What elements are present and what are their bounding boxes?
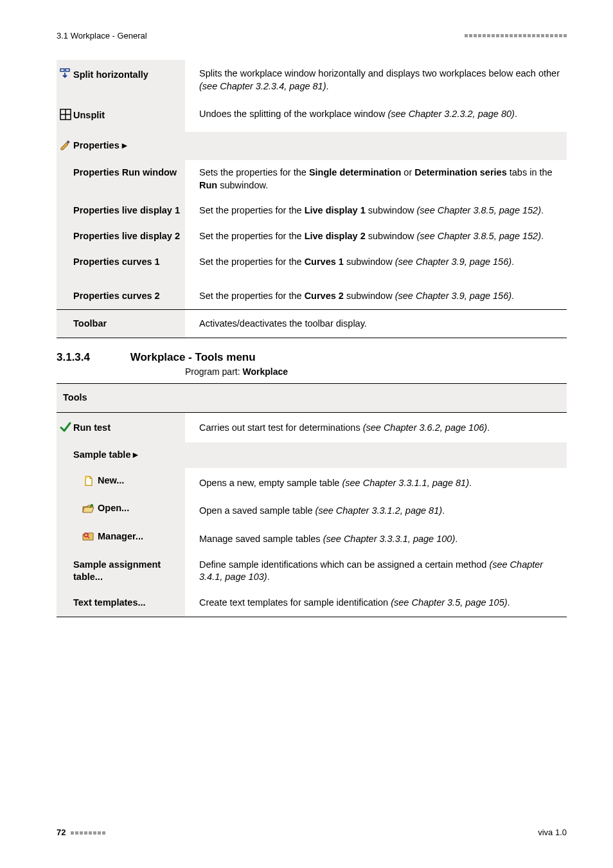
tools-header: Tools <box>63 392 87 402</box>
menu-item-desc: Open a saved sample table (see Chapter 3… <box>199 505 445 516</box>
submenu-item-label: Properties live display 1 <box>73 205 180 215</box>
submenu-item-label: Properties live display 2 <box>73 231 180 241</box>
menu-item-label: Toolbar <box>73 318 107 329</box>
submenu-label: Sample table ▸ <box>73 449 138 460</box>
svg-point-6 <box>85 476 87 479</box>
section-number: 3.1.3.4 <box>57 351 127 364</box>
submenu-item-label: Properties curves 1 <box>73 257 160 267</box>
submenu-item-label: Properties curves 2 <box>73 291 160 301</box>
footer-decoration <box>71 831 105 835</box>
menu-item-desc: Set the properties for the Live display … <box>199 205 544 215</box>
menu-item-desc: Undoes the splitting of the workplace wi… <box>199 109 517 119</box>
tools-menu-table: Tools Run test Carries out start test fo… <box>57 383 567 617</box>
program-part: Program part: Workplace <box>185 366 567 377</box>
menu-item-label: Split horizontally <box>73 69 148 80</box>
menu-item-desc: Manage saved sample tables (see Chapter … <box>199 534 458 544</box>
submenu-item-label: New... <box>98 475 124 485</box>
footer-version: viva 1.0 <box>538 827 567 837</box>
menu-item-label: Sample assignment table... <box>73 559 161 583</box>
menu-item-label: Unsplit <box>73 110 105 120</box>
header-section-title: 3.1 Workplace - General <box>57 31 147 41</box>
menu-item-desc: Create text templates for sample identif… <box>199 597 510 608</box>
unsplit-icon <box>59 108 72 121</box>
menu-item-desc: Splits the workplace window horizontally… <box>199 68 560 91</box>
svg-rect-1 <box>66 69 69 71</box>
menu-item-desc: Sets the properties for the Single deter… <box>199 167 553 190</box>
menu-item-desc: Activates/deactivates the toolbar displa… <box>199 318 367 329</box>
menu-item-desc: Opens a new, empty sample table (see Cha… <box>199 478 472 488</box>
new-icon <box>82 475 95 487</box>
submenu-item-label: Properties Run window <box>73 167 177 177</box>
page-footer: 72 viva 1.0 <box>57 827 567 837</box>
section-title: Workplace - Tools menu <box>130 351 256 363</box>
submenu-item-label: Manager... <box>98 531 143 541</box>
menu-item-desc: Set the properties for the Curves 2 subw… <box>199 291 514 301</box>
header-decoration <box>465 34 567 37</box>
manager-icon <box>82 530 95 543</box>
svg-rect-0 <box>60 69 64 71</box>
run-test-icon <box>59 420 72 433</box>
open-icon <box>82 503 95 516</box>
menu-item-desc: Define sample identifications which can … <box>199 559 543 583</box>
menu-item-desc: Carries out start test for determination… <box>199 422 490 433</box>
menu-item-desc: Set the properties for the Live display … <box>199 231 544 241</box>
menu-item-label: Run test <box>73 422 111 433</box>
menu-item-desc: Set the properties for the Curves 1 subw… <box>199 257 514 267</box>
footer-left: 72 <box>57 827 105 837</box>
view-menu-table: Split horizontally Splits the workplace … <box>57 60 567 338</box>
menu-item-label: Text templates... <box>73 597 146 608</box>
split-horizontally-icon <box>59 68 72 80</box>
page-header: 3.1 Workplace - General <box>57 31 567 41</box>
properties-icon <box>59 138 72 151</box>
section-heading: 3.1.3.4 Workplace - Tools menu <box>57 351 567 364</box>
submenu-label: Properties ▸ <box>73 140 127 150</box>
submenu-item-label: Open... <box>98 503 129 514</box>
page-number: 72 <box>57 827 66 837</box>
